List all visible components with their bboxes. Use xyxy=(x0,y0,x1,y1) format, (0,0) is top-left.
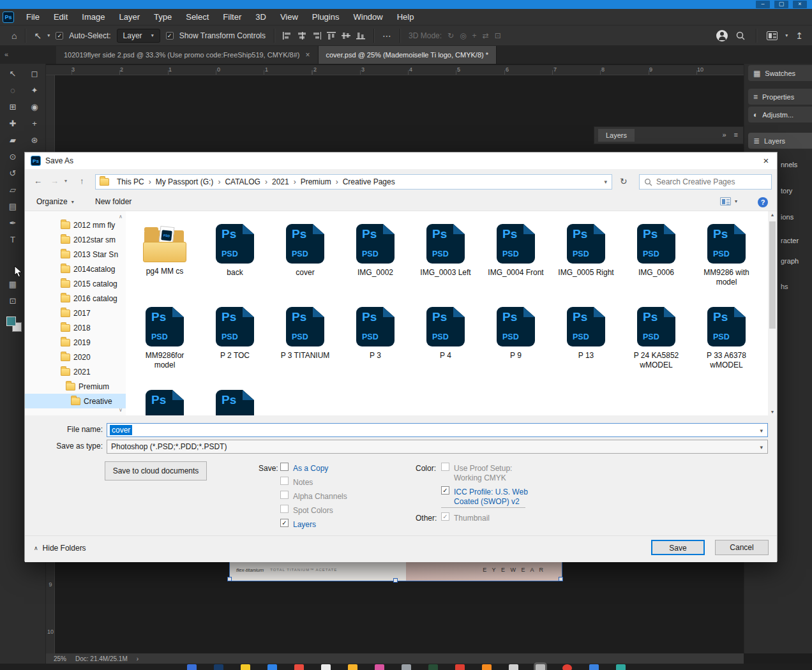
scroll-down-icon[interactable]: ∨ xyxy=(117,407,124,413)
file-item[interactable]: PsPSDIMG_0002 xyxy=(340,219,410,302)
organize-button[interactable]: Organize ▾ xyxy=(36,197,74,206)
breadcrumb-premium[interactable]: Premium xyxy=(299,177,333,186)
save-type-dropdown[interactable]: Photoshop (*.PSD;*.PDD;*.PSDT) ▾ xyxy=(107,440,768,454)
help-button[interactable]: ? xyxy=(758,197,768,207)
breadcrumb-creative-pages[interactable]: Creative Pages xyxy=(341,177,397,186)
search-input[interactable] xyxy=(656,177,752,186)
menu-3d[interactable]: 3D xyxy=(248,9,273,25)
menu-help[interactable]: Help xyxy=(390,9,421,25)
taskbar-app-icon-active[interactable] xyxy=(536,664,545,670)
refresh-icon[interactable]: ↻ xyxy=(620,176,628,186)
up-icon[interactable]: ↑ xyxy=(80,176,84,186)
breadcrumb-this-pc[interactable]: This PC xyxy=(115,177,146,186)
screen-mode-icon[interactable]: ⊡ xyxy=(0,296,26,306)
scrollbar-thumb[interactable] xyxy=(769,221,776,329)
panel-properties[interactable]: ≡ Properties xyxy=(748,89,812,105)
taskbar-app-icon[interactable] xyxy=(375,664,384,670)
quick-select-tool[interactable]: ✦ xyxy=(22,86,47,95)
tree-item[interactable]: 2016 catalog xyxy=(25,291,126,306)
maximize-icon[interactable]: ▢ xyxy=(774,1,788,8)
file-item[interactable]: PsPSD xyxy=(200,385,270,415)
taskbar-app-icon[interactable] xyxy=(348,664,357,670)
close-icon[interactable]: × xyxy=(793,1,807,8)
tree-item[interactable]: 2017 xyxy=(25,306,126,320)
tree-item-selected[interactable]: Creative xyxy=(25,394,126,408)
panel-menu-icon[interactable]: ≡ xyxy=(734,131,738,138)
close-icon[interactable]: × xyxy=(755,153,777,169)
layers-panel-tab[interactable]: Layers xyxy=(598,129,635,142)
breadcrumb-catalog[interactable]: CATALOG xyxy=(223,177,262,186)
file-item[interactable]: PsPSDMM9286 with model xyxy=(691,219,762,302)
file-item[interactable]: PsPSDback xyxy=(200,219,270,302)
taskbar-app-icon[interactable] xyxy=(509,664,518,670)
scroll-up-icon[interactable]: ▲ xyxy=(768,212,777,217)
panel-tab-paths[interactable]: hs xyxy=(781,283,788,290)
view-toggle-button[interactable]: ▾ xyxy=(720,197,737,205)
taskbar-app-icon[interactable] xyxy=(241,664,250,670)
align-bottom-icon[interactable] xyxy=(356,32,365,40)
hide-folders-button[interactable]: ∧ Hide Folders xyxy=(34,544,86,553)
eyedropper-tool[interactable]: ◉ xyxy=(22,102,47,112)
tree-item[interactable]: Premium xyxy=(25,379,126,394)
search-icon[interactable] xyxy=(735,31,746,41)
align-center-icon[interactable] xyxy=(297,32,306,40)
chevron-down-icon[interactable]: ▾ xyxy=(760,428,763,434)
save-button[interactable]: Save xyxy=(651,540,705,555)
spot-healing-tool[interactable]: + xyxy=(22,119,47,128)
account-avatar-icon[interactable] xyxy=(716,30,728,41)
collapse-panels-icon[interactable]: « xyxy=(4,50,8,58)
status-menu-icon[interactable]: › xyxy=(137,655,139,662)
tab-cover-doc[interactable]: cover.psd @ 25% (Mademoiselle Ti logo, C… xyxy=(319,46,497,64)
close-icon[interactable]: × xyxy=(305,50,310,59)
file-item[interactable]: PsPSDIMG_0004 Front xyxy=(481,219,551,302)
menu-filter[interactable]: Filter xyxy=(216,9,248,25)
history-chevron-icon[interactable]: ▾ xyxy=(64,178,67,184)
file-item[interactable]: PsPSDP 3 TITANIUM xyxy=(270,302,340,385)
as-a-copy-label[interactable]: As a Copy xyxy=(293,464,328,473)
cancel-button[interactable]: Cancel xyxy=(715,540,769,555)
taskbar-app-icon[interactable] xyxy=(267,664,277,670)
transform-handle[interactable] xyxy=(559,577,563,581)
taskbar-app-icon[interactable] xyxy=(562,664,572,670)
panel-layers[interactable]: ≣ Layers xyxy=(748,133,812,149)
tree-item[interactable]: 2012star sm xyxy=(25,232,126,247)
tab-flyer-doc[interactable]: 102019flyer side 2.psd @ 33.3% (Use prom… xyxy=(56,46,319,64)
file-item[interactable]: PsPSDP 3 xyxy=(340,302,410,385)
file-item[interactable]: PsPSDP 33 A6378 wMODEL xyxy=(691,302,762,385)
auto-select-dropdown[interactable]: Layer ▾ xyxy=(117,29,160,43)
tree-item[interactable]: 2019 xyxy=(25,335,126,350)
tree-item[interactable]: 2020 xyxy=(25,350,126,364)
file-item[interactable]: PsPSDIMG_0005 Right xyxy=(551,219,621,302)
menu-plugins[interactable]: Plugins xyxy=(305,9,347,25)
auto-select-check[interactable]: ✓ xyxy=(56,32,63,40)
align-right-icon[interactable] xyxy=(312,32,321,40)
icc-profile-label[interactable]: ICC Profile: U.S. Web xyxy=(454,488,528,496)
as-a-copy-checkbox[interactable] xyxy=(280,463,289,471)
taskbar-app-icon[interactable] xyxy=(321,664,331,670)
menu-file[interactable]: File xyxy=(19,9,47,25)
taskbar-app-icon[interactable] xyxy=(589,664,599,670)
save-to-cloud-button[interactable]: Save to cloud documents xyxy=(105,461,207,480)
file-item[interactable]: PsPSDIMG_0006 xyxy=(621,219,691,302)
show-transform-check[interactable]: ✓ xyxy=(166,32,174,40)
taskbar-app-icon[interactable] xyxy=(214,664,223,670)
tree-item[interactable]: 2014catalog xyxy=(25,262,126,276)
file-item[interactable]: PsPSDP 24 KA5852 wMODEL xyxy=(621,302,691,385)
panel-tab-character[interactable]: racter xyxy=(781,237,799,244)
transform-handle[interactable] xyxy=(227,577,232,581)
marquee-tool[interactable]: ◻ xyxy=(22,69,47,78)
scroll-down-icon[interactable]: ▼ xyxy=(768,410,777,414)
breadcrumb-2021[interactable]: 2021 xyxy=(270,177,291,186)
gradient-tool[interactable]: ▤ xyxy=(0,202,26,211)
taskbar-app-icon[interactable] xyxy=(455,664,465,670)
eraser-tool[interactable]: ▱ xyxy=(0,185,26,195)
tree-item[interactable]: 2015 catalog xyxy=(25,276,126,291)
menu-image[interactable]: Image xyxy=(75,9,112,25)
align-top-icon[interactable] xyxy=(327,32,336,40)
file-item[interactable]: PsPSDIMG_0003 Left xyxy=(410,219,481,302)
search-box[interactable] xyxy=(639,174,772,190)
file-name-input[interactable]: cover ▾ xyxy=(107,423,768,437)
home-icon[interactable]: ⌂ xyxy=(11,31,17,41)
icc-profile-checkbox[interactable]: ✓ xyxy=(441,486,449,495)
icc-profile-value[interactable]: Coated (SWOP) v2 xyxy=(454,497,520,506)
